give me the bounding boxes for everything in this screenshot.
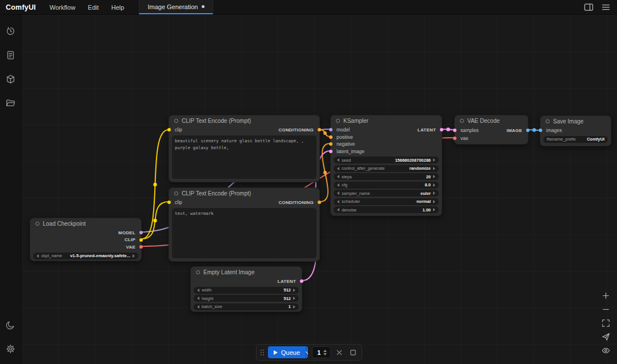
prev-value-icon[interactable] — [197, 289, 199, 292]
output-port-conditioning[interactable] — [318, 128, 321, 131]
clear-queue-button[interactable] — [335, 347, 344, 358]
widget-height[interactable]: height 512 — [194, 295, 299, 302]
output-port-vae[interactable] — [139, 245, 143, 249]
zoom-out-icon[interactable] — [599, 305, 612, 314]
prev-value-icon[interactable] — [337, 158, 339, 162]
batch-count-input[interactable]: 1 — [312, 346, 331, 358]
pointer-icon[interactable] — [599, 333, 612, 341]
next-value-icon[interactable] — [293, 297, 295, 300]
collapse-toggle-icon[interactable] — [336, 119, 340, 123]
widget-denoise[interactable]: denoise 1.00 — [334, 206, 439, 213]
widget-sampler-name[interactable]: sampler_name euler — [334, 190, 439, 197]
collapse-toggle-icon[interactable] — [546, 119, 550, 123]
collapse-toggle-icon[interactable] — [460, 119, 464, 123]
widget-scheduler[interactable]: scheduler normal — [334, 198, 439, 205]
widget-cfg[interactable]: cfg 8.0 — [334, 182, 439, 189]
fit-view-icon[interactable] — [599, 319, 612, 327]
input-port-samples[interactable] — [453, 129, 456, 132]
queue-button[interactable]: Queue — [268, 346, 306, 358]
node-header[interactable]: Empty Latent Image — [191, 267, 302, 278]
queue-options-dropdown[interactable] — [306, 346, 308, 358]
node-clip-text-encode-positive[interactable]: CLIP Text Encode (Prompt) clip CONDITION… — [169, 115, 320, 182]
output-port-image[interactable] — [526, 129, 530, 132]
theme-toggle-icon[interactable] — [0, 313, 22, 337]
node-vae-decode[interactable]: VAE Decode samples IMAGE vae — [454, 115, 528, 145]
input-port-clip[interactable] — [167, 201, 171, 204]
node-save-image[interactable]: Save Image images filename_prefix ComfyU… — [540, 115, 611, 146]
menu-icon[interactable] — [599, 1, 612, 14]
node-header[interactable]: CLIP Text Encode (Prompt) — [169, 188, 319, 199]
node-header[interactable]: CLIP Text Encode (Prompt) — [169, 115, 319, 126]
workflows-icon[interactable] — [0, 91, 22, 115]
input-port-positive[interactable] — [329, 135, 332, 139]
decrement-icon[interactable] — [323, 353, 327, 355]
input-port-model[interactable] — [329, 128, 332, 131]
drag-handle-icon[interactable] — [261, 350, 264, 355]
output-port-clip[interactable] — [139, 238, 143, 242]
node-header[interactable]: VAE Decode — [455, 115, 528, 126]
collapse-toggle-icon[interactable] — [35, 222, 39, 226]
node-empty-latent-image[interactable]: Empty Latent Image LATENT width 512 heig… — [190, 266, 302, 312]
input-port-images[interactable] — [539, 129, 542, 132]
node-clip-text-encode-negative[interactable]: CLIP Text Encode (Prompt) clip CONDITION… — [169, 187, 320, 262]
node-header[interactable]: Save Image — [540, 116, 611, 127]
panel-toggle-icon[interactable] — [582, 1, 595, 14]
collapse-toggle-icon[interactable] — [174, 119, 178, 123]
prev-value-icon[interactable] — [337, 183, 339, 187]
input-port-negative[interactable] — [329, 142, 332, 146]
widget-steps[interactable]: steps 20 — [334, 173, 439, 180]
next-value-icon[interactable] — [133, 254, 135, 258]
prev-value-icon[interactable] — [337, 208, 339, 211]
model-library-icon[interactable] — [0, 67, 22, 91]
widget-seed[interactable]: seed 156680208700286 — [334, 157, 439, 163]
zoom-in-icon[interactable] — [599, 291, 612, 300]
eye-icon[interactable] — [599, 346, 612, 355]
input-port-latent-image[interactable] — [329, 150, 332, 153]
prev-value-icon[interactable] — [197, 305, 199, 309]
menu-workflow[interactable]: Workflow — [43, 0, 82, 14]
output-port-model[interactable] — [139, 231, 143, 234]
prompt-textarea[interactable]: text, watermark — [172, 208, 316, 258]
tab-image-generation[interactable]: Image Generation — [139, 0, 213, 14]
collapse-toggle-icon[interactable] — [196, 270, 200, 274]
widget-ckpt-name[interactable]: ckpt_name v1-5-pruned-emaonly.safete... — [33, 253, 138, 259]
output-port-latent[interactable] — [300, 279, 303, 283]
input-port-clip[interactable] — [167, 128, 171, 131]
widget-filename-prefix[interactable]: filename_prefix ComfyUI — [543, 136, 608, 143]
node-header[interactable]: Load Checkpoint — [30, 218, 141, 229]
collapse-toggle-icon[interactable] — [174, 191, 178, 195]
widget-control-after-generate[interactable]: control_after_generate randomize — [334, 165, 439, 172]
output-port-conditioning[interactable] — [318, 201, 321, 204]
prev-value-icon[interactable] — [337, 167, 339, 170]
node-header[interactable]: KSampler — [331, 115, 442, 126]
widget-batch-size[interactable]: batch_size 1 — [194, 303, 299, 310]
next-value-icon[interactable] — [433, 200, 435, 203]
stop-button[interactable] — [348, 347, 358, 358]
settings-icon[interactable] — [0, 337, 22, 361]
prev-value-icon[interactable] — [197, 297, 199, 300]
prev-value-icon[interactable] — [337, 200, 339, 203]
node-load-checkpoint[interactable]: Load Checkpoint MODEL CLIP VAE ckpt_name… — [30, 218, 142, 261]
queue-history-icon[interactable] — [0, 19, 22, 43]
next-value-icon[interactable] — [433, 175, 435, 178]
node-ksampler[interactable]: KSampler model LATENT positive negative … — [330, 115, 442, 216]
node-library-icon[interactable] — [0, 43, 22, 67]
input-port-vae[interactable] — [453, 137, 456, 140]
next-value-icon[interactable] — [293, 289, 295, 292]
next-value-icon[interactable] — [433, 191, 435, 195]
next-value-icon[interactable] — [433, 167, 435, 170]
next-value-icon[interactable] — [293, 305, 295, 309]
prompt-textarea[interactable]: beautiful scenery nature glass bottle la… — [172, 135, 316, 179]
output-label: CONDITIONING — [278, 200, 314, 205]
widget-width[interactable]: width 512 — [194, 287, 299, 294]
next-value-icon[interactable] — [433, 208, 435, 211]
next-value-icon[interactable] — [433, 158, 435, 162]
prev-value-icon[interactable] — [337, 191, 339, 195]
prev-value-icon[interactable] — [37, 254, 39, 258]
next-value-icon[interactable] — [433, 183, 435, 187]
menu-help[interactable]: Help — [105, 0, 131, 14]
increment-icon[interactable] — [323, 350, 327, 352]
output-port-latent[interactable] — [440, 128, 443, 131]
prev-value-icon[interactable] — [337, 175, 339, 178]
menu-edit[interactable]: Edit — [82, 0, 105, 14]
